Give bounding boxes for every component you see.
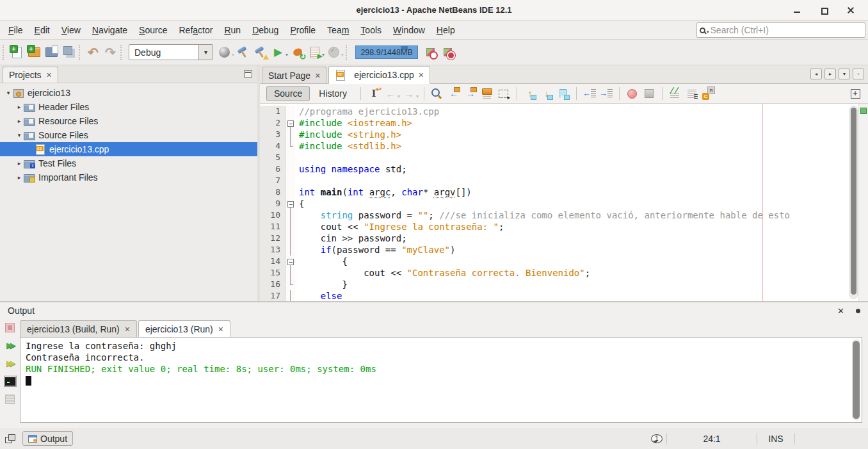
no-errors-badge[interactable] <box>860 108 867 114</box>
tree-item-resource-files[interactable]: ▸Resource Files <box>0 114 257 128</box>
scroll-tabs-right-icon[interactable]: ▸ <box>824 69 836 79</box>
highlight-icon[interactable] <box>479 86 495 101</box>
new-project-icon[interactable] <box>26 44 43 61</box>
code-line-13[interactable]: 13 if(password == "myClave") <box>260 244 868 256</box>
shift-right-icon[interactable] <box>599 86 614 101</box>
output-tab-ejercicio13-build-run-[interactable]: ejercicio13 (Build, Run) <box>20 320 137 337</box>
tree-item-header-files[interactable]: ▸Header Files <box>0 100 257 114</box>
code-line-12[interactable]: 12 cin >> password; <box>260 233 868 244</box>
last-edit-icon[interactable] <box>366 86 382 101</box>
tree-item-ejercicio13[interactable]: ▾ejercicio13 <box>0 86 257 100</box>
window-group-icon[interactable] <box>856 309 860 313</box>
prev-bookmark-icon[interactable] <box>522 86 538 101</box>
menu-profile[interactable]: Profile <box>284 22 321 38</box>
new-file-icon[interactable] <box>8 44 26 61</box>
scrollbar-thumb[interactable] <box>851 108 856 295</box>
menu-source[interactable]: Source <box>133 22 173 38</box>
tree-collapsed-icon[interactable]: ▸ <box>15 104 24 110</box>
menu-tools[interactable]: Tools <box>355 22 387 38</box>
scrollbar-thumb[interactable] <box>853 341 860 419</box>
code-line-16[interactable]: 16 } <box>260 279 868 290</box>
save-all-icon[interactable] <box>60 44 77 61</box>
code-line-15[interactable]: 15 cout << "Contraseña correcta. Bienven… <box>260 267 868 279</box>
close-icon[interactable] <box>315 70 320 81</box>
profile-project-icon[interactable] <box>306 44 323 61</box>
close-icon[interactable] <box>419 70 424 80</box>
maximize-window-icon[interactable]: ▫ <box>853 69 864 79</box>
fold-toggle-icon[interactable] <box>285 256 295 267</box>
code-line-17[interactable]: 17 else <box>260 290 868 301</box>
menu-edit[interactable]: Edit <box>29 22 56 38</box>
menu-run[interactable]: Run <box>218 22 246 38</box>
tab-ejercicio13-cpp[interactable]: ejercicio13.cpp <box>328 66 430 84</box>
code-editor[interactable]: 1//programa ejercicio13.cpp2#include <io… <box>260 104 868 301</box>
code-line-2[interactable]: 2#include <iostream.h> <box>260 117 868 129</box>
close-icon[interactable] <box>47 70 52 80</box>
menu-refactor[interactable]: Refactor <box>173 22 218 38</box>
code-line-10[interactable]: 10 string password = ""; ///se inicializ… <box>260 209 868 221</box>
view-source-button[interactable]: Source <box>266 86 310 101</box>
code-line-7[interactable]: 7 <box>260 175 868 186</box>
redo-icon[interactable] <box>102 44 119 61</box>
fold-toggle-icon[interactable] <box>285 198 295 209</box>
close-icon[interactable] <box>837 306 844 316</box>
code-line-1[interactable]: 1//programa ejercicio13.cpp <box>260 106 868 117</box>
code-line-4[interactable]: 4#include <stdlib.h> <box>260 140 868 152</box>
code-line-14[interactable]: 14 { <box>260 256 868 267</box>
output-scrollbar[interactable] <box>852 339 860 421</box>
close-icon[interactable] <box>846 6 855 15</box>
tree-item-important-files[interactable]: ▸Important Files <box>0 170 257 184</box>
comment-icon[interactable] <box>668 86 683 101</box>
code-line-5[interactable]: 5 <box>260 152 868 163</box>
tree-item-ejercicio13-cpp[interactable]: ejercicio13.cpp <box>0 142 257 156</box>
tree-item-test-files[interactable]: ▸Test Files <box>0 156 257 170</box>
rerun-icon[interactable] <box>3 338 17 352</box>
menu-file[interactable]: File <box>3 22 29 38</box>
profiler-stop-icon[interactable] <box>439 44 456 61</box>
console[interactable]: Ingrese la contraseña: ghghjContraseña i… <box>20 337 862 423</box>
find-icon[interactable] <box>430 86 445 101</box>
run-project-icon[interactable] <box>269 44 287 61</box>
close-icon[interactable] <box>125 324 130 334</box>
terminal-icon[interactable] <box>3 374 17 388</box>
menu-view[interactable]: View <box>56 22 86 38</box>
tree-item-source-files[interactable]: ▾Source Files <box>0 128 257 142</box>
minimize-window-icon[interactable] <box>244 70 252 78</box>
notifications-icon[interactable]: 1 <box>651 434 663 443</box>
build-project-icon[interactable] <box>235 44 252 61</box>
open-project-icon[interactable] <box>43 44 60 61</box>
output-tab-ejercicio13-run-[interactable]: ejercicio13 (Run) <box>138 320 230 338</box>
menu-team[interactable]: Team <box>321 22 355 38</box>
profile-point-icon[interactable] <box>422 44 439 61</box>
fold-toggle-icon[interactable] <box>285 117 295 129</box>
editor-scrollbar[interactable] <box>849 106 858 299</box>
tab-start-page[interactable]: Start Page <box>262 67 326 83</box>
rect-select-icon[interactable] <box>496 86 511 101</box>
menu-debug[interactable]: Debug <box>246 22 284 38</box>
chevron-down-icon[interactable] <box>198 45 213 60</box>
tree-collapsed-icon[interactable]: ▸ <box>15 118 24 124</box>
find-next-icon[interactable] <box>463 86 478 101</box>
view-history-button[interactable]: History <box>311 86 355 101</box>
tree-expanded-icon[interactable]: ▾ <box>15 132 24 138</box>
menu-window[interactable]: Window <box>387 22 431 38</box>
rerun-changed-icon[interactable] <box>3 356 17 370</box>
output-window-button[interactable]: Output <box>22 431 73 446</box>
search-dropdown-icon[interactable]: ▾ <box>707 29 709 35</box>
code-line-3[interactable]: 3#include <string.h> <box>260 129 868 140</box>
dock-windows-icon[interactable] <box>5 434 17 443</box>
code-line-8[interactable]: 8int main(int argc, char* argv[]) <box>260 186 868 198</box>
search-box[interactable]: ▾ <box>696 22 865 38</box>
menu-help[interactable]: Help <box>431 22 461 38</box>
search-input[interactable] <box>711 25 865 35</box>
tree-expanded-icon[interactable]: ▾ <box>4 90 13 96</box>
find-previous-icon[interactable] <box>446 86 462 101</box>
code-line-6[interactable]: 6using namespace std; <box>260 163 868 175</box>
next-bookmark-icon[interactable] <box>539 86 554 101</box>
memory-meter[interactable]: 298.9/1448MB <box>355 45 418 59</box>
uncomment-icon[interactable] <box>684 86 700 101</box>
split-window-icon[interactable] <box>848 86 863 101</box>
scroll-tabs-left-icon[interactable]: ◂ <box>810 69 822 79</box>
code-line-9[interactable]: 9{ <box>260 198 868 209</box>
debug-project-icon[interactable] <box>289 44 306 61</box>
